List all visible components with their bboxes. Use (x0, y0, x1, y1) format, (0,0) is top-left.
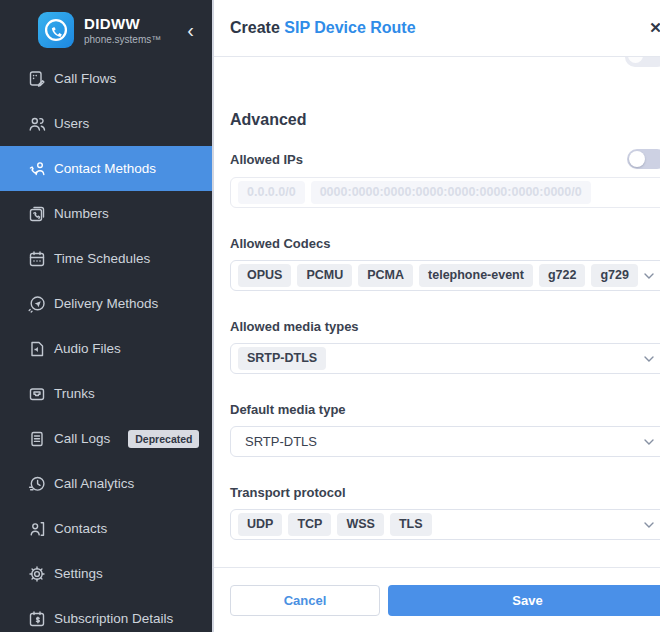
chevron-down-icon (644, 522, 654, 528)
sidebar-item-settings[interactable]: Settings (0, 551, 212, 596)
sidebar-item-delivery-methods[interactable]: Delivery Methods (0, 281, 212, 326)
allowed-ips-input: 0.0.0.0/0 0000:0000:0000:0000:0000:0000:… (230, 177, 660, 208)
codec-tag[interactable]: PCMU (297, 264, 352, 287)
contacts-icon (27, 519, 46, 538)
chevron-down-icon (644, 439, 654, 445)
codec-tag[interactable]: OPUS (238, 264, 291, 287)
sidebar-item-label: Delivery Methods (54, 296, 158, 311)
sidebar-item-contacts[interactable]: Contacts (0, 506, 212, 551)
allowed-codecs-select[interactable]: OPUS PCMU PCMA telephone-event g722 g729 (230, 260, 660, 291)
title-prefix: Create (230, 19, 280, 36)
sidebar-item-label: Subscription Details (54, 611, 173, 626)
allowed-media-types-select[interactable]: SRTP-DTLS (230, 343, 660, 374)
sidebar-item-label: Contacts (54, 521, 107, 536)
placeholder-tag: 0000:0000:0000:0000:0000:0000:0000:0000/… (311, 181, 591, 204)
section-title: Advanced (230, 111, 660, 129)
trunks-icon (27, 384, 46, 403)
allowed-media-types-label: Allowed media types (230, 319, 359, 334)
codec-tag[interactable]: g722 (539, 264, 586, 287)
selected-value: SRTP-DTLS (238, 434, 317, 449)
sidebar-item-label: Time Schedules (54, 251, 150, 266)
sidebar-item-label: Numbers (54, 206, 109, 221)
transport-tag[interactable]: UDP (238, 513, 282, 536)
app-window: DIDWW phone.systems™ ‹ Call Flows (0, 0, 660, 632)
transport-tag[interactable]: WSS (337, 513, 383, 536)
panel-footer: Cancel Save (214, 567, 660, 632)
deprecated-badge: Deprecated (128, 430, 199, 448)
sidebar-item-call-logs[interactable]: Call Logs Deprecated (0, 416, 212, 461)
placeholder-tag: 0.0.0.0/0 (238, 181, 305, 204)
sidebar-item-label: Audio Files (54, 341, 121, 356)
audio-files-icon (27, 339, 46, 358)
close-icon[interactable]: ✕ (645, 15, 660, 41)
sidebar-item-call-flows[interactable]: Call Flows (0, 56, 212, 101)
sidebar-item-trunks[interactable]: Trunks (0, 371, 212, 416)
didww-logo-icon (38, 12, 74, 48)
delivery-methods-icon (27, 294, 46, 313)
contact-methods-icon (27, 159, 46, 178)
title-highlight: SIP Device Route (284, 19, 415, 36)
call-logs-icon (27, 429, 46, 448)
settings-gear-icon (27, 564, 46, 583)
cancel-button[interactable]: Cancel (230, 585, 380, 616)
sidebar-collapse-button[interactable]: ‹ (181, 20, 200, 40)
chevron-down-icon (644, 273, 654, 279)
panel-header: Create SIP Device Route ✕ (214, 0, 660, 57)
allowed-ips-field: Allowed IPs 0.0.0.0/0 0000:0000:0000:000… (230, 149, 660, 208)
sidebar-item-label: Call Analytics (54, 476, 134, 491)
sidebar-item-subscription-details[interactable]: Subscription Details (0, 596, 212, 632)
sidebar-item-users[interactable]: Users (0, 101, 212, 146)
codec-tag[interactable]: telephone-event (419, 264, 533, 287)
call-analytics-icon (27, 474, 46, 493)
transport-protocol-select[interactable]: UDP TCP WSS TLS (230, 509, 660, 540)
form-content: Advanced Allowed IPs 0.0.0.0/0 0000:0000… (214, 57, 660, 567)
sidebar-item-numbers[interactable]: Numbers (0, 191, 212, 236)
users-icon (27, 114, 46, 133)
transport-protocol-field: Transport protocol UDP TCP WSS TLS (230, 483, 660, 540)
sidebar-item-label: Users (54, 116, 89, 131)
page-title: Create SIP Device Route (230, 19, 416, 37)
sidebar-item-call-analytics[interactable]: Call Analytics (0, 461, 212, 506)
brand-subtitle: phone.systems™ (84, 34, 181, 45)
brand-block: DIDWW phone.systems™ (84, 15, 181, 45)
numbers-icon (27, 204, 46, 223)
allowed-codecs-label: Allowed Codecs (230, 236, 330, 251)
default-media-type-field: Default media type SRTP-DTLS (230, 400, 660, 457)
sidebar-item-time-schedules[interactable]: Time Schedules (0, 236, 212, 281)
sidebar-item-audio-files[interactable]: Audio Files (0, 326, 212, 371)
default-media-type-label: Default media type (230, 402, 346, 417)
call-flows-icon (27, 69, 46, 88)
sidebar-header: DIDWW phone.systems™ ‹ (0, 0, 212, 52)
sidebar-item-contact-methods[interactable]: Contact Methods (0, 146, 212, 191)
save-button[interactable]: Save (388, 585, 660, 616)
brand-name: DIDWW (84, 15, 181, 32)
default-media-type-select[interactable]: SRTP-DTLS (230, 426, 660, 457)
sidebar-item-label: Call Flows (54, 71, 116, 86)
create-sip-device-route-panel: Create SIP Device Route ✕ Advanced Allow… (214, 0, 660, 632)
sidebar-item-label: Contact Methods (54, 161, 156, 176)
sidebar-item-label: Call Logs (54, 431, 110, 446)
allowed-media-types-field: Allowed media types SRTP-DTLS (230, 317, 660, 374)
time-schedules-icon (27, 249, 46, 268)
sidebar: DIDWW phone.systems™ ‹ Call Flows (0, 0, 214, 632)
subscription-details-icon (27, 609, 46, 628)
transport-protocol-label: Transport protocol (230, 485, 346, 500)
sidebar-item-label: Trunks (54, 386, 95, 401)
sidebar-item-label: Settings (54, 566, 103, 581)
transport-tag[interactable]: TLS (390, 513, 432, 536)
transport-tag[interactable]: TCP (288, 513, 331, 536)
media-type-tag[interactable]: SRTP-DTLS (238, 347, 326, 370)
scrolled-toggle-partial[interactable] (625, 57, 660, 67)
codec-tag[interactable]: g729 (591, 264, 638, 287)
sidebar-nav: Call Flows Users (0, 52, 212, 632)
codec-tag[interactable]: PCMA (358, 264, 413, 287)
allowed-codecs-field: Allowed Codecs OPUS PCMU PCMA telephone-… (230, 234, 660, 291)
chevron-down-icon (644, 356, 654, 362)
allowed-ips-label: Allowed IPs (230, 152, 303, 167)
toggle-knob (629, 151, 645, 167)
allowed-ips-toggle[interactable] (627, 149, 660, 169)
